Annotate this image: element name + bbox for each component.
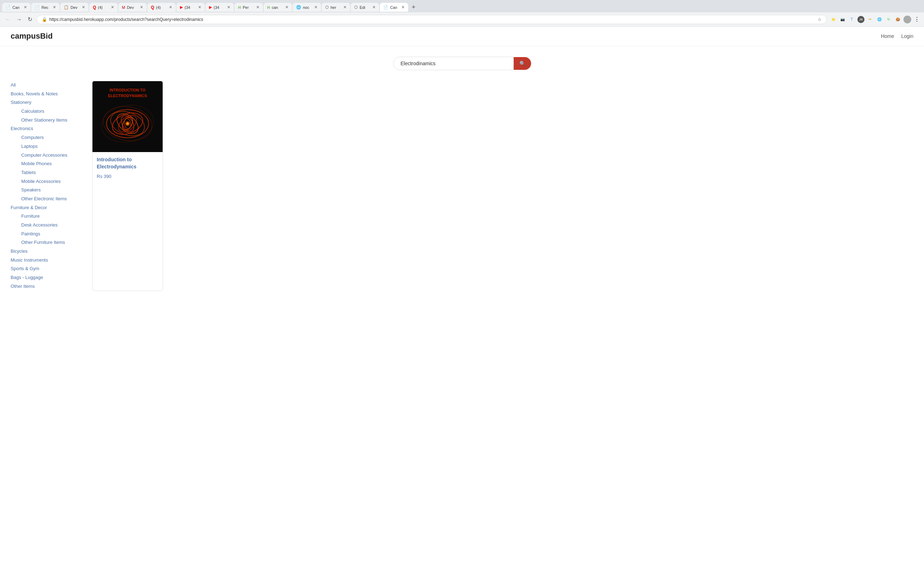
svg-text:INTRODUCTION TO: INTRODUCTION TO <box>109 88 145 92</box>
category-other-furniture[interactable]: Other Furniture Items <box>11 238 81 247</box>
tab-close-12[interactable]: ✕ <box>343 5 346 10</box>
products-grid: INTRODUCTION TO ELECTRODYNAMICS <box>92 81 913 291</box>
star-icon[interactable]: ☆ <box>818 17 822 22</box>
category-other-electronic[interactable]: Other Electronic Items <box>11 195 81 203</box>
url-text: https://campusbid.herokuapp.com/products… <box>49 17 815 22</box>
category-electronics[interactable]: Electronics <box>11 124 81 133</box>
tab-label-5: Dev <box>127 5 138 10</box>
category-computers[interactable]: Computers <box>11 133 81 142</box>
tab-close-4[interactable]: ✕ <box>111 5 114 10</box>
tab-icon-3: 📋 <box>64 5 69 10</box>
tab-close-10[interactable]: ✕ <box>285 5 289 10</box>
category-mobile-accessories[interactable]: Mobile Accessories <box>11 177 81 186</box>
category-furniture-decor[interactable]: Furniture & Decor <box>11 203 81 212</box>
menu-icon[interactable]: ⋮ <box>913 16 921 23</box>
tab-close-2[interactable]: ✕ <box>53 5 56 10</box>
tab-close-6[interactable]: ✕ <box>169 5 172 10</box>
category-other-stationery[interactable]: Other Stationery Items <box>11 116 81 125</box>
home-link[interactable]: Home <box>881 33 894 39</box>
svg-point-14 <box>127 122 129 125</box>
tab-11[interactable]: 🌐 noc ✕ <box>293 3 321 12</box>
category-all[interactable]: All <box>11 81 81 90</box>
category-mobile-phones[interactable]: Mobile Phones <box>11 159 81 169</box>
ext-icon-2[interactable]: ✏ <box>866 16 874 23</box>
tab-2[interactable]: 📄 Rec ✕ <box>31 3 59 12</box>
tab-bar: 📄 Can ✕ 📄 Rec ✕ 📋 Dev ✕ Q (4) ✕ M Dev ✕ … <box>0 0 924 12</box>
tab-icon-6: Q <box>151 5 154 10</box>
tab-5[interactable]: M Dev ✕ <box>118 3 147 12</box>
category-laptops[interactable]: Laptops <box>11 142 81 151</box>
category-computer-accessories[interactable]: Computer Accessories <box>11 151 81 160</box>
tab-1[interactable]: 📄 Can ✕ <box>2 3 30 12</box>
tab-7[interactable]: ▶ (34 ✕ <box>177 3 205 12</box>
category-desk-accessories[interactable]: Desk Accessories <box>11 221 81 230</box>
translate-icon[interactable]: T <box>848 16 855 23</box>
tab-3[interactable]: 📋 Dev ✕ <box>60 3 89 12</box>
tab-close-5[interactable]: ✕ <box>140 5 143 10</box>
tab-12[interactable]: ⬡ her ✕ <box>322 3 350 12</box>
tab-label-10: can <box>272 5 284 10</box>
back-button[interactable]: ← <box>3 15 12 24</box>
tab-close-11[interactable]: ✕ <box>314 5 317 10</box>
category-speakers[interactable]: Speakers <box>11 186 81 195</box>
tab-icon-2: 📄 <box>35 5 40 10</box>
login-link[interactable]: Login <box>901 33 913 39</box>
category-stationery[interactable]: Stationery <box>11 98 81 107</box>
screenshot-icon[interactable]: 📷 <box>839 16 846 23</box>
tab-label-4: (4) <box>98 5 109 10</box>
tab-close-8[interactable]: ✕ <box>227 5 230 10</box>
tab-close-7[interactable]: ✕ <box>198 5 201 10</box>
app-header: campusBid Home Login <box>0 26 924 46</box>
tab-icon-10: H <box>267 5 270 10</box>
tab-close-3[interactable]: ✕ <box>82 5 85 10</box>
category-sports-gym[interactable]: Sports & Gym <box>11 265 81 273</box>
tab-8[interactable]: ▶ (34 ✕ <box>206 3 234 12</box>
tab-close-1[interactable]: ✕ <box>24 5 27 10</box>
tab-14-active[interactable]: 📄 Can ✕ <box>380 3 408 12</box>
header-nav: Home Login <box>881 33 913 39</box>
bookmark-icon[interactable]: ⭐ <box>830 16 837 23</box>
tab-13[interactable]: ⬡ Edi ✕ <box>351 3 379 12</box>
ext-icon-5[interactable]: 🍪 <box>894 16 901 23</box>
tab-icon-11: 🌐 <box>296 5 301 10</box>
category-music-instruments[interactable]: Music Instruments <box>11 256 81 265</box>
tab-close-13[interactable]: ✕ <box>372 5 376 10</box>
url-bar[interactable]: 🔒 https://campusbid.herokuapp.com/produc… <box>36 15 827 24</box>
tab-9[interactable]: H Per ✕ <box>234 3 263 12</box>
product-info-1: Introduction to Electrodynamics Rs 390 <box>92 152 163 183</box>
search-input[interactable] <box>393 57 514 70</box>
ext-icon-3[interactable]: 🌐 <box>876 16 883 23</box>
ext-icon-4[interactable]: ↻ <box>885 16 892 23</box>
category-bags-luggage[interactable]: Bags - Luggage <box>11 273 81 282</box>
tab-label-12: her <box>330 5 342 10</box>
tab-icon-12: ⬡ <box>325 5 329 10</box>
category-tablets[interactable]: Tablets <box>11 169 81 177</box>
tab-label-3: Dev <box>71 5 80 10</box>
avatar-icon[interactable] <box>903 16 911 23</box>
tab-6[interactable]: Q (4) ✕ <box>147 3 176 12</box>
tab-10[interactable]: H can ✕ <box>264 3 292 12</box>
product-title-1: Introduction to Electrodynamics <box>97 156 158 170</box>
category-paintings[interactable]: Paintings <box>11 230 81 238</box>
product-card-1[interactable]: INTRODUCTION TO ELECTRODYNAMICS <box>92 81 163 291</box>
tab-close-9[interactable]: ✕ <box>256 5 259 10</box>
tab-4[interactable]: Q (4) ✕ <box>89 3 118 12</box>
reload-button[interactable]: ↻ <box>26 15 34 24</box>
browser-toolbar-icons: ⭐ 📷 T JB ✏ 🌐 ↻ 🍪 ⋮ <box>830 16 921 23</box>
tab-close-14[interactable]: ✕ <box>401 5 404 10</box>
tab-icon-14: 📄 <box>383 5 388 10</box>
tab-label-2: Rec <box>41 5 51 10</box>
search-button[interactable]: 🔍 <box>514 57 531 70</box>
ext-icon-1[interactable]: JB <box>857 16 865 23</box>
category-furniture[interactable]: Furniture <box>11 212 81 221</box>
category-calculators[interactable]: Calculators <box>11 107 81 116</box>
category-books[interactable]: Books, Novels & Notes <box>11 90 81 99</box>
product-cover-svg: INTRODUCTION TO ELECTRODYNAMICS <box>92 81 163 152</box>
new-tab-button[interactable]: + <box>409 2 418 12</box>
browser-chrome: 📄 Can ✕ 📄 Rec ✕ 📋 Dev ✕ Q (4) ✕ M Dev ✕ … <box>0 0 924 26</box>
forward-button[interactable]: → <box>15 15 23 24</box>
category-bicycles[interactable]: Bicycles <box>11 247 81 256</box>
tab-label-8: (34 <box>214 5 225 10</box>
app-logo: campusBid <box>11 31 53 41</box>
category-other-items[interactable]: Other Items <box>11 282 81 291</box>
